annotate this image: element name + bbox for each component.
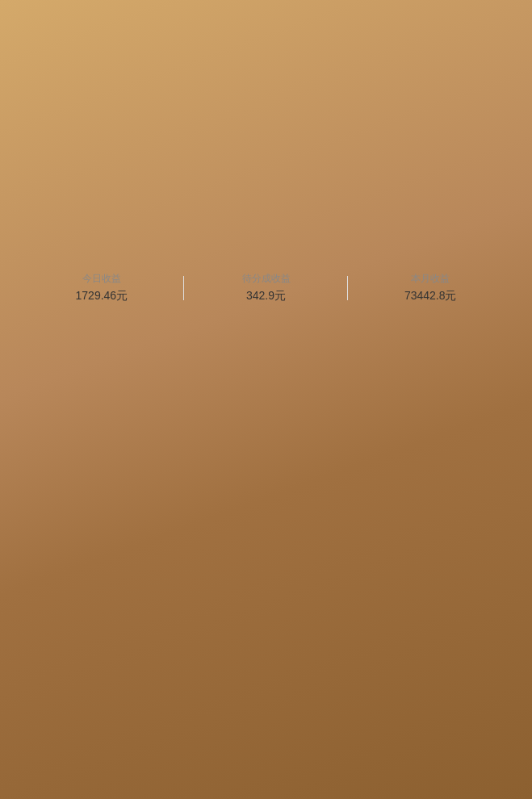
month-label: 本月收益 [348,272,513,286]
pending-earnings: 待分成收益 342.9元 [184,272,349,303]
month-earnings: 本月收益 73442.8元 [348,272,513,303]
today-earnings: 今日收益 1729.46元 [19,272,184,303]
today-label: 今日收益 [19,272,184,286]
month-value: 73442.8元 [348,289,513,303]
today-value: 1729.46元 [19,289,184,303]
pending-value: 342.9元 [184,289,349,303]
pending-label: 待分成收益 [184,272,349,286]
